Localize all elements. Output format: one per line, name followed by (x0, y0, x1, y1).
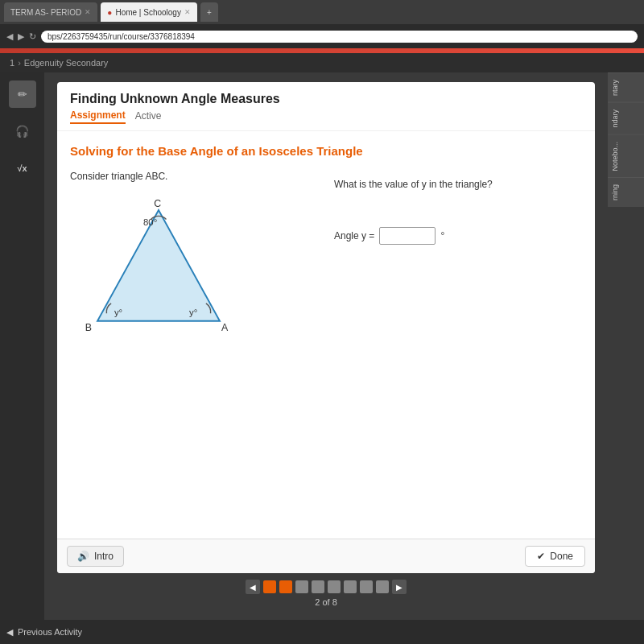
triangle-section: Consider triangle ABC. C B (70, 171, 318, 526)
new-tab-button[interactable]: + (200, 2, 218, 22)
headphones-icon: 🎧 (15, 125, 29, 138)
panel-title: Finding Unknown Angle Measures (70, 92, 582, 106)
content-area: Finding Unknown Angle Measures Assignmen… (44, 72, 608, 620)
tab-schoology[interactable]: ● Home | Schoology ✕ (101, 2, 197, 22)
vertex-b-label: B (85, 322, 92, 333)
progress-dot-3[interactable] (295, 580, 308, 593)
notebook-label[interactable]: Notebo... (608, 134, 644, 178)
tab-bar: TERM AS- PERIOD ✕ ● Home | Schoology ✕ + (0, 0, 644, 24)
question-title: Solving for the Base Angle of an Isoscel… (70, 144, 582, 158)
progress-dot-1[interactable] (263, 580, 276, 593)
intro-button[interactable]: 🔊 Intro (67, 546, 124, 567)
back-icon[interactable]: ◀ (6, 31, 13, 42)
breadcrumb-segment1: 1 (10, 58, 14, 68)
prev-arrow-icon: ◀ (6, 627, 13, 638)
breadcrumb-separator: › (18, 58, 21, 68)
panel-tabs: Assignment Active (70, 109, 582, 124)
prev-activity-button[interactable]: ◀ Previous Activity (6, 627, 82, 638)
secondary-label[interactable]: ndary (608, 102, 644, 134)
question-content: Solving for the Base Angle of an Isoscel… (57, 131, 595, 539)
vertex-a-label: A (221, 322, 229, 333)
elementary-label[interactable]: ntary (608, 72, 644, 102)
triangle-svg: C B A 80° y° y° (70, 195, 247, 348)
browser-chrome: TERM AS- PERIOD ✕ ● Home | Schoology ✕ +… (0, 0, 644, 48)
nav-breadcrumb: 1 › Edgenuity Secondary (0, 53, 644, 72)
angle-input-row: Angle y = ° (334, 227, 582, 245)
svg-marker-0 (97, 210, 220, 321)
progress-dot-7[interactable] (360, 580, 373, 593)
panel-footer: 🔊 Intro ✔ Done (57, 539, 595, 573)
right-labels: ntary ndary Notebo... rning (608, 72, 644, 620)
progress-area: ◀ ▶ 2 of 8 (57, 573, 595, 610)
vertex-c-label: C (154, 198, 161, 209)
what-value-text: What is the value of y in the triangle? (334, 179, 582, 190)
address-bar: ◀ ▶ ↻ (0, 24, 644, 48)
calculator-icon: √x (17, 163, 27, 173)
tab-term-close[interactable]: ✕ (85, 8, 91, 16)
speaker-icon: 🔊 (77, 551, 89, 562)
progress-dot-8[interactable] (376, 580, 389, 593)
tab-term-label: TERM AS- PERIOD (10, 8, 81, 17)
triangle-container: C B A 80° y° y° (70, 195, 247, 356)
consider-text: Consider triangle ABC. (70, 171, 318, 182)
tab-term[interactable]: TERM AS- PERIOD ✕ (4, 2, 97, 22)
tab-assignment[interactable]: Assignment (70, 109, 126, 124)
headphones-tool[interactable]: 🎧 (9, 118, 36, 145)
progress-text: 2 of 8 (315, 597, 337, 607)
angle-bottom-right-label: y° (189, 308, 197, 317)
angle-bottom-left-label: y° (114, 308, 122, 317)
degree-symbol: ° (440, 230, 444, 242)
forward-icon[interactable]: ▶ (18, 31, 24, 42)
right-section: What is the value of y in the triangle? … (334, 171, 582, 526)
breadcrumb-segment2: Edgenuity Secondary (24, 58, 109, 68)
bottom-bar: ◀ Previous Activity (0, 620, 644, 644)
progress-dot-2[interactable] (279, 580, 292, 593)
pencil-tool[interactable]: ✏ (9, 80, 36, 108)
refresh-icon[interactable]: ↻ (29, 31, 36, 42)
progress-dot-5[interactable] (328, 580, 341, 593)
prev-progress-button[interactable]: ◀ (246, 580, 260, 594)
progress-dot-6[interactable] (344, 580, 357, 593)
main-layout: ✏ 🎧 √x Finding Unknown Angle Measures As… (0, 72, 644, 620)
address-input[interactable] (41, 31, 638, 43)
prev-activity-label: Previous Activity (18, 627, 82, 637)
left-sidebar: ✏ 🎧 √x (0, 72, 44, 620)
angle-input[interactable] (379, 227, 436, 245)
calculator-tool[interactable]: √x (9, 155, 36, 182)
assignment-panel: Finding Unknown Angle Measures Assignmen… (57, 82, 595, 573)
next-progress-button[interactable]: ▶ (392, 580, 407, 594)
morning-label[interactable]: rning (608, 177, 644, 207)
angle-top-label: 80° (143, 217, 157, 227)
tab-schoology-close[interactable]: ✕ (184, 8, 191, 16)
check-icon: ✔ (537, 551, 545, 562)
progress-dots: ◀ ▶ (246, 580, 407, 594)
tab-schoology-label: Home | Schoology (115, 8, 181, 17)
tab-active[interactable]: Active (135, 110, 162, 123)
pencil-icon: ✏ (18, 88, 27, 101)
panel-header: Finding Unknown Angle Measures Assignmen… (57, 82, 595, 131)
done-button[interactable]: ✔ Done (525, 546, 585, 567)
progress-dot-4[interactable] (312, 580, 324, 593)
question-body: Consider triangle ABC. C B (70, 171, 582, 526)
angle-label: Angle y = (334, 230, 374, 242)
